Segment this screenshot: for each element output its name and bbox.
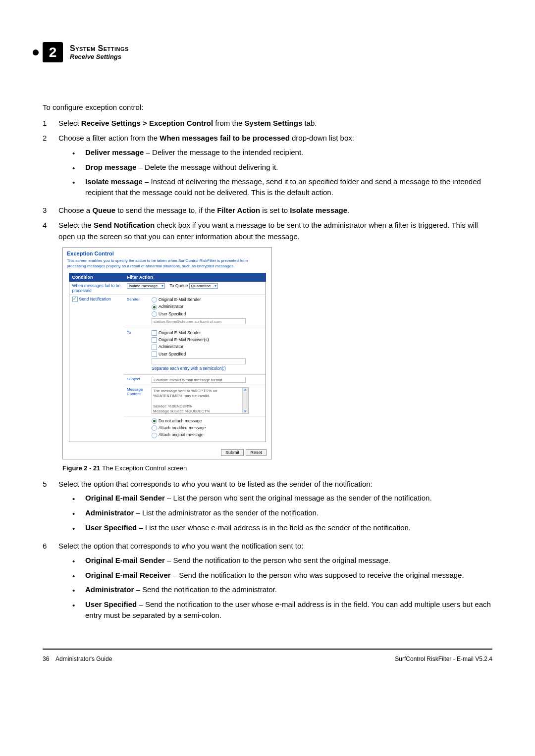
guide-name: Administrator's Guide [55,655,112,662]
list-item: •Original E-mail Receiver – Send the not… [72,570,492,582]
subject-input[interactable]: Caution: Invalid e-mail message format [152,377,246,383]
attach-radio-original[interactable] [152,433,157,438]
step-3: 3 Choose a Queue to send the message to,… [43,205,492,216]
sender-radio-original[interactable] [152,297,157,302]
page-header: 2 System Settings Receive Settings [43,42,492,62]
chapter-number-badge: 2 [43,42,63,62]
chapter-number: 2 [49,45,57,60]
send-notification-label: Send Notification [79,297,111,302]
sender-label: Sender [124,295,151,328]
step-5: 5 Select the option that corresponds to … [43,479,492,537]
panel-title: Exception Control [63,248,271,258]
scrollbar[interactable] [242,388,248,413]
to-label: To [124,328,151,374]
sender-radio-user[interactable] [152,311,157,317]
product-name: SurfControl RiskFilter - E-mail V5.2.4 [395,655,492,662]
filter-action-select[interactable]: Isolate message [127,283,165,289]
content-label: Message Content [124,385,151,416]
subject-label: Subject [124,375,151,385]
intro-text: To configure exception control: [43,102,492,113]
page-footer: 36 Administrator's Guide SurfControl Ris… [43,649,492,662]
attach-radio-modified[interactable] [152,425,157,431]
attach-radio-none[interactable] [152,418,157,424]
to-queue-label: To Queue [170,283,188,288]
message-content-textarea[interactable]: The message sent to %RCPTS% on %DATE&TIM… [152,387,249,414]
step-1: 1 Select Receive Settings > Exception Co… [43,118,492,129]
to-user-input[interactable] [152,358,246,364]
list-item: •User Specified – Send the notification … [72,599,492,621]
list-item: •User Specified – List the user whose e-… [72,522,492,534]
to-chk-receiver[interactable] [152,337,157,343]
page-number: 36 [43,655,49,662]
sender-user-input[interactable]: station.flame@chrome.surfcontrol.com [152,318,246,324]
panel-description: This screen enables you to specify the a… [63,258,271,273]
sender-radio-admin[interactable] [152,304,157,310]
reset-button[interactable]: Reset [246,449,267,456]
chapter-subtitle: Receive Settings [70,53,129,60]
list-item: •Administrator – List the administrator … [72,507,492,519]
th-filter-action: Filter Action [124,273,266,282]
chapter-dot-icon [33,50,39,55]
figure-caption: Figure 2 - 21 The Exception Control scre… [62,464,492,472]
step-4: 4 Select the Send Notification check box… [43,220,492,242]
queue-select[interactable]: Quarantine [189,283,218,289]
to-chk-admin[interactable] [152,345,157,350]
list-item: •Isolate message – Instead of delivering… [72,176,492,198]
send-notification-checkbox[interactable] [72,297,78,302]
to-hint: Separate each entry with a semicolon(;) [152,366,263,371]
list-item: •Original E-mail Sender – List the perso… [72,493,492,504]
list-item: •Deliver message – Deliver the message t… [72,147,492,159]
exception-control-screenshot: Exception Control This screen enables yo… [62,247,272,459]
row-condition-label: When messages fail to be processed [69,282,124,295]
step-6: 6 Select the option that corresponds to … [43,541,492,623]
th-condition: Condition [69,273,124,282]
step-2: 2 Choose a filter action from the When m… [43,133,492,201]
list-item: •Original E-mail Sender – Send the notif… [72,555,492,567]
to-chk-user[interactable] [152,352,157,357]
list-item: •Administrator – Send the notification t… [72,584,492,596]
chapter-title: System Settings [70,44,129,53]
list-item: •Drop message – Delete the message witho… [72,162,492,174]
to-chk-sender[interactable] [152,330,157,336]
submit-button[interactable]: Submit [221,449,244,456]
